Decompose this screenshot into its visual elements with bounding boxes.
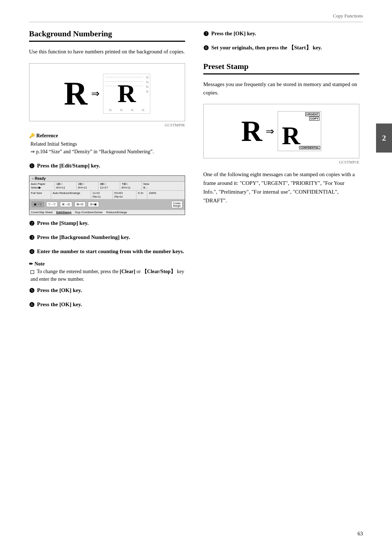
panel-tab-edit: Edit/Stamp	[56, 211, 72, 214]
preset-stamp-title: Preset Stamp	[203, 62, 359, 74]
step-1-line: ❶ Press the [Edit/Stamp] key.	[29, 161, 185, 171]
panel-ready: ○ Ready	[29, 176, 185, 182]
side-tab: 2	[376, 123, 392, 153]
step-2-line: ❷ Press the [Stamp] key.	[29, 219, 185, 228]
step-3-text: Press the [Background Numbering] key.	[37, 233, 130, 242]
panel-size2: 5½×8½0⅔×14	[113, 191, 136, 199]
step-1-block: ❶ Press the [Edit/Stamp] key.	[29, 161, 185, 171]
page-number: 63	[358, 531, 363, 537]
panel-pct: 100%	[147, 191, 160, 199]
note-label: Note	[34, 261, 45, 267]
panel-fullsize: Full Size	[29, 191, 51, 199]
step-4-line: ❹ Enter the number to start counting fro…	[29, 247, 185, 257]
panel-btn-1[interactable]: ▣→▽	[32, 202, 44, 207]
panel-cell-3: 3⊞□11×17	[98, 182, 120, 191]
step-1-num: ❶	[29, 161, 36, 171]
panel-row4: Cover/Slip Sheet Edit/Stamp Dup./Combine…	[29, 210, 185, 215]
step-1-text: Press the [Edit/Stamp] key.	[37, 161, 100, 170]
reference-label: Reference	[36, 133, 58, 139]
step-6-block: ❻ Press the [OK] key.	[29, 300, 185, 310]
step-2-num: ❷	[29, 219, 36, 228]
preset-stamp-illustration: R ⇒ R URGENT COPY CONFIDENTIAL	[203, 104, 359, 158]
illus-caption: GCSTMP9E	[29, 123, 185, 127]
top-rule	[29, 22, 363, 22]
reference-block: 🔑 Reference Related Initial Settings ⇒ p…	[29, 133, 185, 155]
left-intro-text: Use this function to have numbers printe…	[29, 48, 185, 56]
panel-tab-cover: Cover/Slip Sheet	[31, 211, 53, 214]
control-panel: ○ Ready Auto PaperSelect▶ 1⊞□8½×11 2⊞□8½…	[29, 175, 185, 215]
step-7-text: Press the [OK] key.	[211, 29, 256, 38]
step-8-line: ❽ Set your originals, then press the 【St…	[203, 43, 359, 53]
panel-btn-3[interactable]: ⊞→⊡	[60, 202, 72, 207]
stamp-left-r: R	[241, 117, 262, 146]
step-4-text: Enter the number to start counting from …	[37, 247, 184, 256]
step-3-block: ❸ Press the [Background Numbering] key.	[29, 233, 185, 243]
step-6-line: ❻ Press the [OK] key.	[29, 300, 185, 310]
preset-stamp-body: One of the following eight messages can …	[203, 170, 359, 205]
panel-btn-4[interactable]: ⊞+⊡	[74, 202, 86, 207]
r-with-numbers: R N N N N N N N N	[103, 74, 150, 114]
side-tab-number: 2	[382, 133, 386, 143]
step-8-num: ❽	[203, 43, 210, 53]
panel-row2: Full Size Auto Reduce/Enlarge 11×150⅔×11…	[29, 191, 185, 199]
section-label: Copy Functions	[333, 13, 363, 19]
step-8-text: Set your originals, then press the 【Star…	[211, 43, 322, 52]
stamp-arrow: ⇒	[266, 125, 274, 137]
step-5-num: ❺	[29, 286, 36, 296]
panel-cell-2: 2⊞□8½×11	[77, 182, 98, 191]
panel-autore: Auto Reduce/Enlarge	[51, 191, 91, 199]
step-2-text: Press the [Stamp] key.	[37, 219, 89, 227]
panel-btn-2[interactable]: ▽→▽	[46, 202, 58, 207]
panel-btn-margin[interactable]: CreateMargin	[171, 201, 183, 208]
left-r-letter: R	[64, 77, 87, 110]
reference-line2: ⇒ p.104 “Size” and “Density” in “Backgro…	[30, 148, 185, 155]
panel-cell-autopaper: Auto PaperSelect▶	[29, 182, 55, 191]
panel-size1: 11×150⅔×11	[91, 191, 113, 199]
stamp-right-r: R	[282, 123, 300, 149]
reference-title: 🔑 Reference	[29, 133, 185, 139]
right-column: ❼ Press the [OK] key. ❽ Set your origina…	[203, 29, 359, 210]
step-6-text: Press the [OK] key.	[37, 300, 82, 309]
step-2-block: ❷ Press the [Stamp] key.	[29, 219, 185, 228]
arrow-symbol: ⇒	[91, 88, 99, 100]
pencil-icon: ✏	[29, 261, 33, 267]
step-6-num: ❻	[29, 300, 36, 310]
step-4-num: ❹	[29, 247, 36, 257]
panel-size3: 9 3×	[136, 191, 147, 199]
right-r-letter: R	[118, 81, 136, 106]
panel-tab-dup: Dup./Combine/Series	[75, 211, 103, 214]
background-numbering-illustration: R ⇒ R N N N N N N N N	[29, 63, 185, 121]
panel-cell-new: NewB…	[142, 182, 164, 191]
step-7-line: ❼ Press the [OK] key.	[203, 29, 359, 39]
panel-cell-t: T⊞□8½×11	[120, 182, 142, 191]
step-3-num: ❸	[29, 233, 36, 243]
step-7-block: ❼ Press the [OK] key.	[203, 29, 359, 39]
step-5-text: Press the [OK] key.	[37, 286, 82, 295]
note-block: ✏ Note To change the entered number, pre…	[29, 261, 185, 283]
reference-line1: Related Initial Settings	[30, 140, 185, 148]
step-8-block: ❽ Set your originals, then press the 【St…	[203, 43, 359, 53]
preset-stamp-intro: Messages you use frequently can be store…	[203, 80, 359, 97]
step-3-line: ❸ Press the [Background Numbering] key.	[29, 233, 185, 243]
stamp-urgent-label: URGENT	[305, 112, 320, 116]
left-section-title: Background Numbering	[29, 29, 185, 42]
step-5-block: ❺ Press the [OK] key.	[29, 286, 185, 296]
panel-btn-5[interactable]: ⊟+▣	[88, 202, 99, 207]
panel-ready-text: ○ Ready	[32, 177, 46, 181]
panel-row3: ▣→▽ ▽→▽ ⊞→⊡ ⊞+⊡ ⊟+▣ CreateMargin	[29, 199, 185, 210]
step-5-line: ❺ Press the [OK] key.	[29, 286, 185, 296]
checkbox-icon	[30, 270, 34, 274]
step-7-num: ❼	[203, 29, 210, 39]
left-column: Background Numbering Use this function t…	[29, 29, 185, 315]
note-text: To change the entered number, press the …	[30, 268, 185, 283]
note-title: ✏ Note	[29, 261, 185, 267]
step-4-block: ❹ Enter the number to start counting fro…	[29, 247, 185, 257]
stamp-confidential-label: CONFIDENTIAL	[299, 146, 320, 149]
key-icon: 🔑	[29, 133, 35, 139]
stamp-copy-label: COPY	[309, 117, 320, 121]
stamp-right-box: R URGENT COPY CONFIDENTIAL	[278, 111, 321, 151]
page-header: Copy Functions	[333, 13, 363, 19]
panel-cell-1: 1⊞□8½×11	[55, 182, 77, 191]
stamp-caption: GCSTMP1E	[203, 160, 359, 164]
panel-row1: Auto PaperSelect▶ 1⊞□8½×11 2⊞□8½×11 3⊞□1…	[29, 182, 185, 191]
